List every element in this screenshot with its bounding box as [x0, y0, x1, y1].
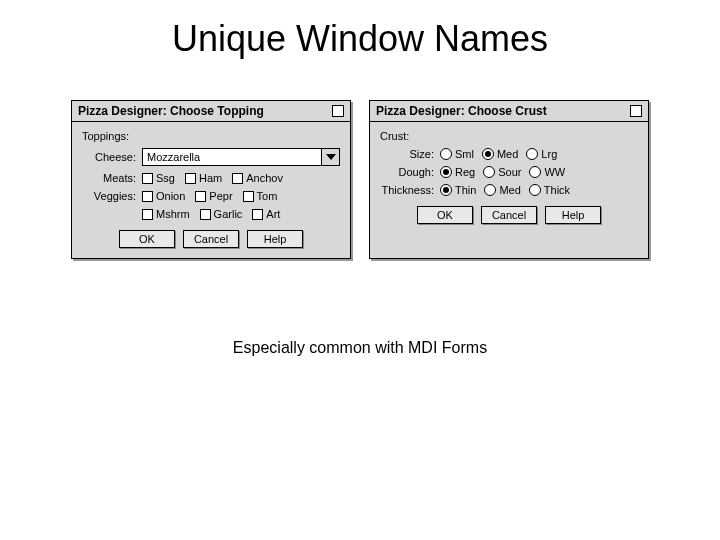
help-button[interactable]: Help: [545, 206, 601, 224]
dough-label: Dough:: [380, 166, 440, 178]
meats-label: Meats:: [82, 172, 142, 184]
checkbox-icon: [252, 209, 263, 220]
slide-caption: Especially common with MDI Forms: [0, 339, 720, 357]
veggies-garlic-label: Garlic: [214, 208, 243, 220]
thickness-label: Thickness:: [380, 184, 440, 196]
meats-anchov-label: Anchov: [246, 172, 283, 184]
svg-marker-0: [326, 154, 336, 160]
radio-icon: [440, 166, 452, 178]
thickness-med-label: Med: [499, 184, 520, 196]
thickness-med-radio[interactable]: Med: [484, 184, 520, 196]
crust-titlebar[interactable]: Pizza Designer: Choose Crust: [370, 101, 648, 122]
veggies-tom-label: Tom: [257, 190, 278, 202]
size-sml-radio[interactable]: Sml: [440, 148, 474, 160]
cheese-combo[interactable]: Mozzarella: [142, 148, 340, 166]
size-lrg-radio[interactable]: Lrg: [526, 148, 557, 160]
dough-reg-radio[interactable]: Reg: [440, 166, 475, 178]
thickness-thin-label: Thin: [455, 184, 476, 196]
thickness-thick-radio[interactable]: Thick: [529, 184, 570, 196]
crust-dialog: Pizza Designer: Choose Crust Crust: Size…: [369, 100, 649, 259]
checkbox-icon: [243, 191, 254, 202]
radio-icon: [482, 148, 494, 160]
checkbox-icon: [142, 191, 153, 202]
dough-reg-label: Reg: [455, 166, 475, 178]
help-button[interactable]: Help: [247, 230, 303, 248]
veggies-tom-checkbox[interactable]: Tom: [243, 190, 278, 202]
maximize-icon[interactable]: [630, 105, 642, 117]
thickness-thin-radio[interactable]: Thin: [440, 184, 476, 196]
veggies-mshrm-checkbox[interactable]: Mshrm: [142, 208, 190, 220]
radio-icon: [484, 184, 496, 196]
size-label: Size:: [380, 148, 440, 160]
dough-sour-radio[interactable]: Sour: [483, 166, 521, 178]
meats-anchov-checkbox[interactable]: Anchov: [232, 172, 283, 184]
size-lrg-label: Lrg: [541, 148, 557, 160]
size-med-label: Med: [497, 148, 518, 160]
checkbox-icon: [142, 173, 153, 184]
ok-button[interactable]: OK: [417, 206, 473, 224]
veggies-pepr-label: Pepr: [209, 190, 232, 202]
toppings-group-label: Toppings:: [82, 130, 340, 142]
meats-ssg-checkbox[interactable]: Ssg: [142, 172, 175, 184]
radio-icon: [440, 184, 452, 196]
maximize-icon[interactable]: [332, 105, 344, 117]
checkbox-icon: [200, 209, 211, 220]
radio-icon: [529, 184, 541, 196]
cheese-value: Mozzarella: [143, 151, 321, 163]
checkbox-icon: [142, 209, 153, 220]
topping-titlebar[interactable]: Pizza Designer: Choose Topping: [72, 101, 350, 122]
veggies-onion-checkbox[interactable]: Onion: [142, 190, 185, 202]
radio-icon: [529, 166, 541, 178]
dough-sour-label: Sour: [498, 166, 521, 178]
radio-icon: [526, 148, 538, 160]
topping-title-text: Pizza Designer: Choose Topping: [78, 104, 264, 118]
checkbox-icon: [195, 191, 206, 202]
veggies-garlic-checkbox[interactable]: Garlic: [200, 208, 243, 220]
veggies-art-label: Art: [266, 208, 280, 220]
veggies-label: Veggies:: [82, 190, 142, 202]
veggies-art-checkbox[interactable]: Art: [252, 208, 280, 220]
veggies-onion-label: Onion: [156, 190, 185, 202]
size-med-radio[interactable]: Med: [482, 148, 518, 160]
crust-group-label: Crust:: [380, 130, 638, 142]
size-sml-label: Sml: [455, 148, 474, 160]
meats-ssg-label: Ssg: [156, 172, 175, 184]
cancel-button[interactable]: Cancel: [481, 206, 537, 224]
chevron-down-icon[interactable]: [321, 149, 339, 165]
crust-title-text: Pizza Designer: Choose Crust: [376, 104, 547, 118]
cancel-button[interactable]: Cancel: [183, 230, 239, 248]
checkbox-icon: [232, 173, 243, 184]
radio-icon: [440, 148, 452, 160]
veggies-mshrm-label: Mshrm: [156, 208, 190, 220]
checkbox-icon: [185, 173, 196, 184]
dough-ww-label: WW: [544, 166, 565, 178]
radio-icon: [483, 166, 495, 178]
meats-ham-checkbox[interactable]: Ham: [185, 172, 222, 184]
ok-button[interactable]: OK: [119, 230, 175, 248]
topping-dialog: Pizza Designer: Choose Topping Toppings:…: [71, 100, 351, 259]
veggies-pepr-checkbox[interactable]: Pepr: [195, 190, 232, 202]
cheese-label: Cheese:: [82, 151, 142, 163]
dough-ww-radio[interactable]: WW: [529, 166, 565, 178]
thickness-thick-label: Thick: [544, 184, 570, 196]
slide-title: Unique Window Names: [0, 0, 720, 60]
meats-ham-label: Ham: [199, 172, 222, 184]
